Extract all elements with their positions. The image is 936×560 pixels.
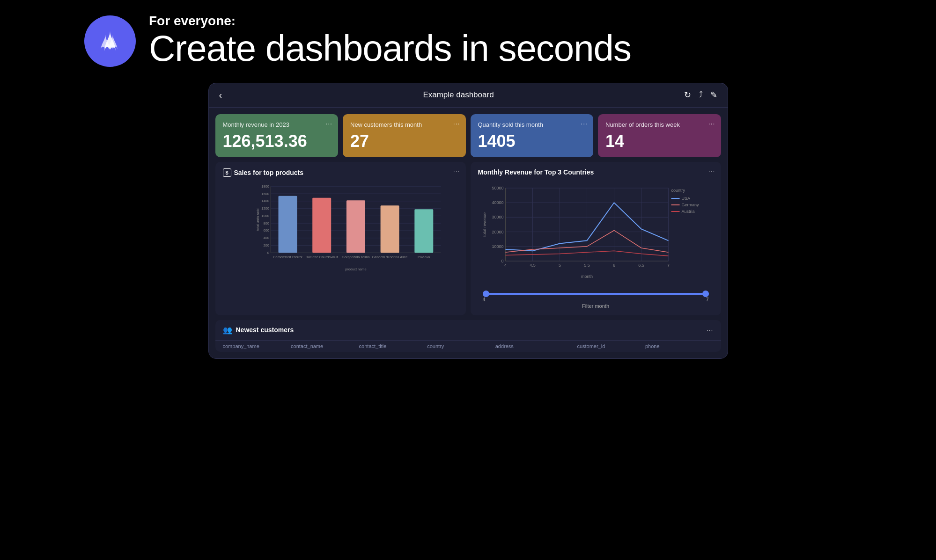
svg-text:Camembert Pierrot: Camembert Pierrot <box>273 255 302 259</box>
svg-text:50000: 50000 <box>492 186 503 190</box>
table-header-row: 👥 Newest customers ··· <box>215 320 721 340</box>
dashboard-container: ‹ Example dashboard ↻ ⤴ ✎ Monthly revenu… <box>208 83 728 359</box>
kpi-value-revenue: 126,513.36 <box>223 133 331 150</box>
kpi-value-quantity: 1405 <box>478 133 586 150</box>
logo-icon <box>95 26 125 57</box>
kpi-label-revenue: Monthly revenue in 2023 <box>223 121 331 129</box>
svg-text:4.5: 4.5 <box>530 263 536 268</box>
col-contact-name: contact_name <box>291 343 359 349</box>
bar-chart-area: 020040060080010001200140016001800Camembe… <box>223 182 458 290</box>
table-title: 👥 Newest customers <box>223 326 294 335</box>
svg-text:Pavlova: Pavlova <box>418 255 430 259</box>
table-section: 👥 Newest customers ··· company_name cont… <box>215 320 721 352</box>
svg-text:200: 200 <box>263 243 269 247</box>
kpi-label-quantity: Quantity sold this month <box>478 121 586 129</box>
svg-rect-22 <box>278 196 297 253</box>
col-customer-id: customer_id <box>577 343 645 349</box>
hero-logo <box>84 15 136 67</box>
dashboard-header: ‹ Example dashboard ↻ ⤴ ✎ <box>209 83 728 108</box>
kpi-value-orders: 14 <box>605 133 714 150</box>
table-columns: company_name contact_name contact_title … <box>215 340 721 352</box>
col-company-name: company_name <box>223 343 291 349</box>
svg-text:6.5: 6.5 <box>638 263 644 268</box>
svg-text:10000: 10000 <box>492 244 503 249</box>
svg-text:month: month <box>581 274 592 279</box>
charts-row: $ Sales for top products ··· 02004006008… <box>209 162 728 320</box>
dollar-icon: $ <box>223 168 231 177</box>
line-chart-card: Monthly Revenue for Top 3 Countries ··· … <box>471 162 721 315</box>
line-chart-menu[interactable]: ··· <box>708 167 715 175</box>
kpi-label-customers: New customers this month <box>350 121 458 129</box>
back-button[interactable]: ‹ <box>219 90 233 101</box>
svg-text:1800: 1800 <box>261 184 269 189</box>
svg-text:1400: 1400 <box>261 199 269 203</box>
slider-thumb-right[interactable] <box>702 291 709 297</box>
kpi-menu-customers[interactable]: ··· <box>453 120 460 127</box>
refresh-icon[interactable]: ↻ <box>684 90 691 100</box>
svg-text:30000: 30000 <box>492 215 503 219</box>
slider-fill <box>483 293 709 295</box>
hero-section: For everyone: Create dashboards in secon… <box>0 14 631 69</box>
svg-text:800: 800 <box>263 221 269 225</box>
header-actions: ↻ ⤴ ✎ <box>684 90 717 100</box>
svg-text:1000: 1000 <box>261 214 269 218</box>
hero-text: For everyone: Create dashboards in secon… <box>149 14 631 69</box>
svg-text:20000: 20000 <box>492 229 503 234</box>
kpi-card-quantity: Quantity sold this month 1405 ··· <box>471 114 594 157</box>
line-chart-svg: 0100002000030000400005000044.555.566.57m… <box>478 182 714 280</box>
col-phone: phone <box>645 343 714 349</box>
svg-rect-30 <box>414 209 433 253</box>
table-menu[interactable]: ··· <box>707 326 714 334</box>
svg-text:Gorgonzola Telino: Gorgonzola Telino <box>342 255 370 259</box>
svg-text:total units sold: total units sold <box>256 208 260 230</box>
share-icon[interactable]: ⤴ <box>699 90 703 100</box>
svg-text:product name: product name <box>345 267 366 271</box>
svg-text:40000: 40000 <box>492 200 503 205</box>
svg-text:600: 600 <box>263 228 269 233</box>
svg-text:1200: 1200 <box>261 206 269 211</box>
svg-text:0: 0 <box>501 259 503 263</box>
hero-title: Create dashboards in seconds <box>149 29 631 69</box>
svg-rect-26 <box>346 200 365 253</box>
col-address: address <box>495 343 577 349</box>
svg-text:USA: USA <box>681 196 690 201</box>
people-icon: 👥 <box>223 326 232 335</box>
col-country: country <box>427 343 495 349</box>
svg-text:5: 5 <box>558 263 560 268</box>
svg-text:400: 400 <box>263 236 269 240</box>
filter-slider[interactable]: 4 7 Filter month <box>478 293 714 309</box>
svg-text:4: 4 <box>504 263 506 268</box>
bar-chart-card: $ Sales for top products ··· 02004006008… <box>215 162 466 315</box>
kpi-menu-orders[interactable]: ··· <box>708 120 715 127</box>
hero-subtitle: For everyone: <box>149 14 631 29</box>
svg-text:Gnocchi di nonna Alice: Gnocchi di nonna Alice <box>372 255 407 259</box>
svg-text:6: 6 <box>612 263 615 268</box>
col-contact-title: contact_title <box>359 343 427 349</box>
edit-icon[interactable]: ✎ <box>710 90 717 100</box>
line-chart-area: 0100002000030000400005000044.555.566.57m… <box>478 182 714 289</box>
dashboard-title: Example dashboard <box>423 90 494 100</box>
svg-text:1600: 1600 <box>261 191 269 196</box>
kpi-value-customers: 27 <box>350 133 458 150</box>
slider-labels: 4 7 <box>483 297 709 302</box>
svg-text:total revenue: total revenue <box>482 212 486 237</box>
kpi-card-revenue: Monthly revenue in 2023 126,513.36 ··· <box>215 114 339 157</box>
line-chart-title: Monthly Revenue for Top 3 Countries <box>478 168 714 176</box>
svg-text:Raclette Courdavault: Raclette Courdavault <box>305 255 338 259</box>
bar-chart-menu[interactable]: ··· <box>453 167 460 175</box>
svg-text:Germany: Germany <box>681 203 699 207</box>
bar-chart-svg: 020040060080010001200140016001800Camembe… <box>242 182 458 271</box>
svg-rect-28 <box>380 205 399 253</box>
slider-track <box>483 293 709 295</box>
slider-thumb-left[interactable] <box>483 291 489 297</box>
kpi-row: Monthly revenue in 2023 126,513.36 ··· N… <box>209 108 728 162</box>
svg-text:5.5: 5.5 <box>584 263 590 268</box>
svg-rect-24 <box>312 198 331 253</box>
svg-text:country: country <box>671 188 685 193</box>
kpi-menu-quantity[interactable]: ··· <box>581 120 588 127</box>
kpi-label-orders: Number of orders this week <box>605 121 714 129</box>
svg-text:Austria: Austria <box>681 209 694 214</box>
kpi-menu-revenue[interactable]: ··· <box>325 120 332 127</box>
bar-chart-title: $ Sales for top products <box>223 168 458 177</box>
svg-text:7: 7 <box>667 263 669 268</box>
